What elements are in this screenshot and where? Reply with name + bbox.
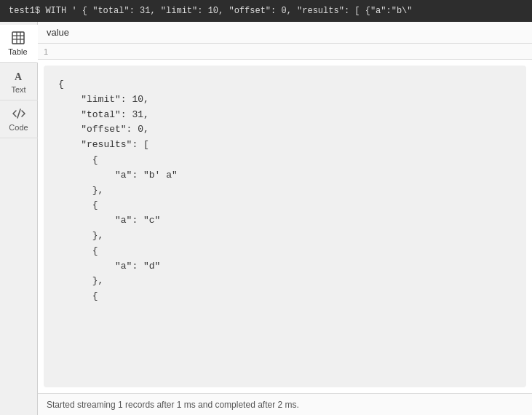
text-icon: A xyxy=(12,68,26,83)
svg-line-6 xyxy=(17,109,20,118)
json-line-4: "offset": 0, xyxy=(58,122,512,138)
json-line-11: }, xyxy=(58,229,512,244)
svg-text:A: A xyxy=(15,71,23,82)
sidebar-item-table[interactable]: Table xyxy=(0,25,38,63)
top-bar-text: test1$ WITH ' { "total": 31, "limit": 10… xyxy=(9,6,413,16)
top-bar: test1$ WITH ' { "total": 31, "limit": 10… xyxy=(0,0,532,22)
svg-rect-0 xyxy=(12,32,24,44)
status-bar: Started streaming 1 records after 1 ms a… xyxy=(38,393,532,415)
json-line-1: { xyxy=(58,77,512,92)
sidebar-item-table-label: Table xyxy=(8,47,27,56)
sidebar-item-code-label: Code xyxy=(9,123,28,132)
content-area: value 1 { "limit": 10, "total": 31, "off… xyxy=(38,22,532,415)
json-display[interactable]: { "limit": 10, "total": 31, "offset": 0,… xyxy=(44,66,526,387)
json-line-12: { xyxy=(58,244,512,259)
json-line-14: }, xyxy=(58,274,512,289)
row-number: 1 xyxy=(44,47,48,56)
json-line-10: "a": "c" xyxy=(58,213,512,229)
json-line-8: }, xyxy=(58,183,512,199)
sidebar-item-code[interactable]: Code xyxy=(0,100,38,138)
column-header-value: value xyxy=(47,27,69,38)
json-line-2: "limit": 10, xyxy=(58,92,512,108)
json-line-9: { xyxy=(58,198,512,213)
column-header-row: value xyxy=(38,22,532,44)
json-line-13: "a": "d" xyxy=(58,259,512,274)
json-line-6: { xyxy=(58,153,512,168)
json-line-5: "results": [ xyxy=(58,138,512,153)
table-icon xyxy=(11,31,25,45)
json-line-7: "a": "b' a" xyxy=(58,168,512,183)
json-line-3: "total": 31, xyxy=(58,108,512,123)
json-line-15: { xyxy=(58,289,512,304)
sidebar-item-text[interactable]: A Text xyxy=(0,63,38,100)
row-number-area: 1 xyxy=(38,44,532,60)
code-icon xyxy=(12,106,26,121)
status-text: Started streaming 1 records after 1 ms a… xyxy=(47,400,299,410)
sidebar: Table A Text Code xyxy=(0,22,38,415)
sidebar-item-text-label: Text xyxy=(11,85,25,94)
